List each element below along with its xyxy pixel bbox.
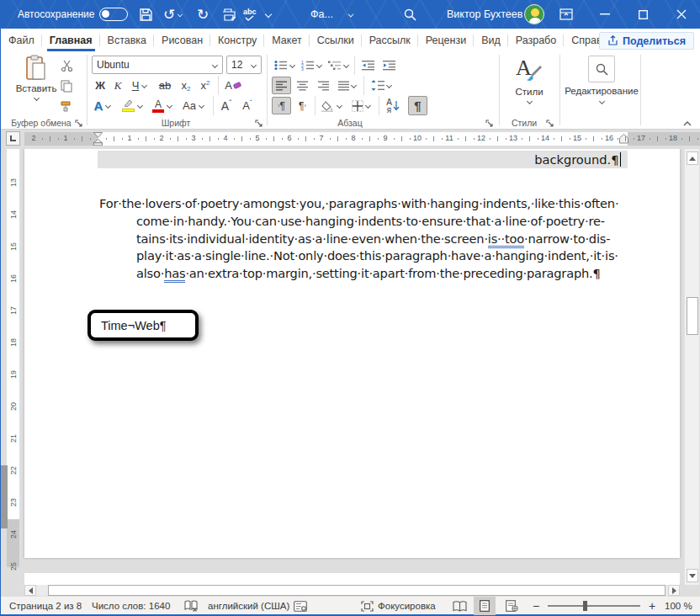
zoom-level[interactable]: 100 % — [665, 597, 692, 615]
tab-stop-selector[interactable] — [6, 131, 20, 146]
save-icon[interactable] — [139, 0, 153, 29]
editing-button[interactable]: Редактирование — [566, 56, 637, 104]
multilevel-list-button[interactable] — [326, 56, 351, 74]
print-layout-button[interactable] — [474, 597, 496, 615]
justify-button[interactable] — [335, 77, 360, 94]
bullets-button[interactable] — [272, 56, 297, 74]
grow-font-button[interactable]: Аˆ — [216, 97, 236, 114]
tab-Рецензи[interactable]: Рецензи — [418, 29, 474, 52]
italic-button[interactable]: К — [109, 77, 126, 94]
read-mode-button[interactable] — [448, 597, 470, 615]
bold-button[interactable]: Ж — [92, 77, 109, 94]
shaded-paragraph[interactable]: background.¶ — [98, 151, 628, 168]
tab-Вставка[interactable]: Вставка — [100, 29, 154, 52]
tab-Главная[interactable]: Главная — [42, 29, 100, 52]
cut-button[interactable] — [56, 56, 77, 75]
copy-button[interactable] — [56, 77, 77, 95]
horizontal-ruler[interactable]: 2112345678910111213141516171819 — [24, 132, 700, 146]
scroll-right-button[interactable] — [668, 585, 680, 596]
rtl-direction-button[interactable]: ¶‹ — [293, 97, 312, 114]
language-indicator[interactable]: английский (США) — [208, 597, 289, 615]
hanging-paragraph[interactable]: For·the·lovers·of·poetry·amongst·you,·pa… — [99, 196, 623, 284]
right-indent-marker[interactable] — [619, 134, 628, 144]
highlight-button[interactable] — [119, 97, 146, 114]
decrease-indent-button[interactable] — [358, 56, 378, 74]
vertical-ruler[interactable]: 13141516171819202122232425 — [7, 149, 19, 567]
clear-formatting-button[interactable]: А — [221, 77, 245, 94]
zoom-out-button[interactable]: − — [533, 597, 539, 615]
tab-Макет[interactable]: Макет — [264, 29, 309, 52]
word-count[interactable]: Число слов: 1640 — [92, 597, 170, 615]
autosave-toggle[interactable] — [99, 0, 128, 29]
scroll-up-button[interactable] — [687, 151, 698, 165]
vertical-scroll-thumb[interactable] — [687, 297, 698, 335]
spelling-icon[interactable]: abc — [243, 0, 257, 29]
close-button[interactable] — [667, 0, 696, 29]
strikethrough-button[interactable]: ab — [155, 77, 175, 94]
collapse-ribbon-icon[interactable] — [682, 118, 692, 130]
minimize-button[interactable] — [591, 0, 619, 29]
timeweb-textbox[interactable]: Time¬Web¶ — [88, 310, 199, 341]
print-icon[interactable] — [221, 0, 236, 29]
page-indicator[interactable]: Страница 2 из 8 — [9, 597, 82, 615]
superscript-button[interactable]: x2 — [196, 77, 215, 94]
tab-Констру[interactable]: Констру — [210, 29, 264, 52]
document-page[interactable]: background.¶ For·the·lovers·of·poetry·am… — [24, 149, 680, 558]
zoom-slider[interactable] — [548, 597, 640, 615]
tab-Файл[interactable]: Файл — [1, 29, 42, 52]
text-effects-button[interactable]: А — [90, 97, 115, 114]
tab-Рассылк[interactable]: Рассылк — [362, 29, 418, 52]
underline-button[interactable]: Ч — [127, 77, 152, 94]
shading-button[interactable] — [318, 97, 346, 114]
align-right-button[interactable] — [314, 77, 333, 94]
ltr-direction-button[interactable]: ›¶ — [272, 97, 291, 114]
macro-record-icon[interactable] — [294, 597, 307, 615]
tab-Ссылки[interactable]: Ссылки — [310, 29, 362, 52]
document-title[interactable]: Фа... — [310, 0, 333, 29]
font-color-button[interactable]: А — [149, 97, 176, 114]
sort-button[interactable]: Ая — [381, 97, 405, 114]
align-center-button[interactable] — [293, 77, 312, 94]
line-spacing-button[interactable] — [367, 77, 395, 94]
clipboard-dialog-launcher[interactable] — [75, 119, 84, 129]
horizontal-scrollbar[interactable] — [24, 585, 680, 596]
horizontal-scroll-thumb[interactable] — [48, 585, 666, 596]
zoom-in-button[interactable]: + — [649, 597, 655, 615]
align-left-button[interactable] — [272, 77, 291, 94]
search-icon[interactable] — [403, 0, 417, 29]
zoom-slider-thumb[interactable] — [583, 601, 587, 611]
user-name[interactable]: Виктор Бухтеев — [447, 0, 522, 29]
font-dialog-launcher[interactable] — [255, 119, 264, 129]
tab-Рисован[interactable]: Рисован — [154, 29, 210, 52]
paste-button[interactable]: Вставить — [13, 55, 60, 100]
vertical-scrollbar[interactable] — [684, 149, 699, 585]
styles-button[interactable]: А Стили — [506, 56, 553, 104]
proofing-errors-icon[interactable] — [184, 597, 198, 615]
undo-button[interactable]: ↺ — [163, 0, 183, 29]
tab-Вид[interactable]: Вид — [474, 29, 508, 52]
styles-dialog-launcher[interactable] — [546, 119, 555, 129]
quick-access-more-icon[interactable] — [265, 0, 272, 29]
focus-mode-button[interactable]: Фокусировка — [361, 597, 436, 615]
maximize-button[interactable] — [628, 0, 657, 29]
shrink-font-button[interactable]: Аˇ — [237, 97, 257, 114]
numbering-button[interactable]: 123 — [299, 56, 324, 74]
paragraph-dialog-launcher[interactable] — [485, 119, 495, 129]
show-formatting-marks-button[interactable]: ¶ — [408, 96, 427, 115]
format-painter-button[interactable] — [56, 97, 77, 115]
title-dropdown-icon[interactable] — [347, 0, 354, 29]
borders-button[interactable] — [347, 97, 375, 114]
tab-Разрабо[interactable]: Разрабо — [508, 29, 564, 52]
scroll-down-button[interactable] — [687, 569, 698, 582]
increase-indent-button[interactable] — [379, 56, 399, 74]
scroll-left-button[interactable] — [24, 585, 36, 596]
avatar[interactable] — [524, 0, 544, 29]
subscript-button[interactable]: x2 — [177, 77, 195, 94]
share-button[interactable]: Поделиться — [599, 32, 694, 50]
redo-button[interactable]: ↻ — [197, 0, 209, 29]
ribbon-display-options-icon[interactable] — [559, 0, 573, 29]
font-name-combo[interactable]: Ubuntu — [92, 56, 223, 74]
web-layout-button[interactable] — [501, 597, 522, 615]
change-case-button[interactable]: Аа — [179, 97, 208, 114]
indent-markers[interactable] — [93, 132, 103, 146]
